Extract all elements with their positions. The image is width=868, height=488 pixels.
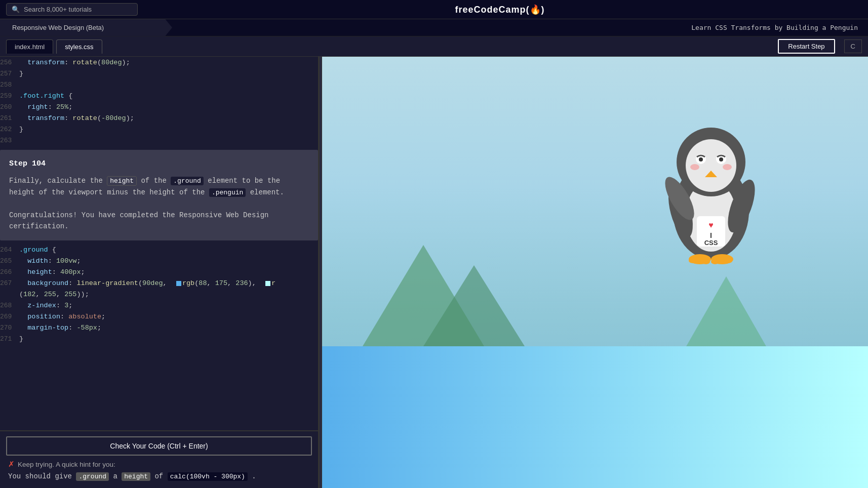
ground — [322, 346, 868, 488]
code-line-258: 258 — [0, 79, 318, 90]
code-line-264: 264 .ground { — [0, 245, 318, 256]
svg-point-25 — [724, 258, 732, 263]
top-right-button[interactable]: C — [844, 39, 862, 53]
preview-panel: ♥ I CSS — [322, 57, 868, 488]
svg-point-10 — [690, 164, 699, 170]
step-description: Finally, calculate the height of the .gr… — [9, 175, 309, 198]
breadcrumb-bar: Responsive Web Design (Beta) Learn CSS T… — [0, 19, 868, 36]
code-line-262: 262 } — [0, 124, 318, 135]
code-line-268: 268 z-index: 3; — [0, 300, 318, 311]
hint-calc-code: calc(100vh - 300px) — [168, 472, 248, 481]
breadcrumb-left[interactable]: Responsive Web Design (Beta) — [0, 19, 172, 36]
hint-line1: ✗ Keep trying. A quick hint for you: — [8, 460, 310, 469]
top-bar: 🔍 Search 8,000+ tutorials freeCodeCamp(🔥… — [0, 0, 868, 19]
check-code-button[interactable]: Check Your Code (Ctrl + Enter) — [6, 436, 312, 456]
code-line-265: 265 width: 100vw; — [0, 256, 318, 267]
step-congrats: Congratulations! You have completed the … — [9, 210, 309, 232]
step-highlight-ground: .ground — [171, 177, 204, 185]
mountain-right — [686, 276, 767, 347]
search-placeholder: Search 8,000+ tutorials — [24, 6, 92, 13]
tab-index-html[interactable]: index.html — [6, 39, 53, 54]
svg-text:I: I — [710, 231, 712, 239]
svg-text:CSS: CSS — [704, 239, 718, 247]
site-title: freeCodeCamp(🔥) — [138, 4, 862, 15]
svg-text:♥: ♥ — [708, 221, 714, 229]
svg-point-22 — [689, 258, 697, 263]
code-line-267: 267 background: linear-gradient(90deg, r… — [0, 278, 318, 289]
hint-line2: You should give .ground a height of calc… — [8, 471, 310, 483]
svg-point-9 — [719, 157, 723, 161]
svg-point-11 — [723, 164, 732, 170]
hint-height-code: height — [122, 472, 150, 481]
main-layout: 256 transform: rotate(80deg); 257 } 258 … — [0, 57, 868, 488]
restart-step-button[interactable]: Restart Step — [778, 39, 835, 54]
code-line-263: 263 — [0, 135, 318, 146]
code-area[interactable]: 256 transform: rotate(80deg); 257 } 258 … — [0, 57, 318, 430]
code-line-270: 270 margin-top: -58px; — [0, 322, 318, 334]
code-line-266: 266 height: 400px; — [0, 267, 318, 278]
penguin-container: ♥ I CSS — [655, 117, 767, 269]
tabs-bar: index.html styles.css Restart Step C — [0, 36, 868, 57]
svg-point-8 — [699, 157, 703, 161]
svg-point-23 — [702, 259, 710, 264]
penguin-svg: ♥ I CSS — [655, 117, 767, 269]
svg-point-24 — [711, 259, 719, 264]
step-highlight-penguin: .penguin — [209, 188, 246, 197]
x-icon: ✗ — [8, 460, 15, 469]
code-line-269: 269 position: absolute; — [0, 311, 318, 322]
step-title: Step 104 — [9, 158, 309, 170]
step-box: Step 104 Finally, calculate the height o… — [0, 150, 318, 240]
code-line-271: 271 } — [0, 334, 318, 345]
hint-ground-code: .ground — [76, 472, 109, 481]
code-line-256: 256 transform: rotate(80deg); — [0, 57, 318, 68]
search-icon: 🔍 — [12, 6, 20, 13]
breadcrumb-right: Learn CSS Transforms by Building a Pengu… — [172, 24, 868, 31]
code-line-261: 261 transform: rotate(-80deg); — [0, 112, 318, 124]
hint-area: ✗ Keep trying. A quick hint for you: You… — [6, 456, 312, 485]
mountain-center — [423, 265, 525, 346]
code-line-267-cont: (182, 255, 255)); — [0, 289, 318, 300]
search-box[interactable]: 🔍 Search 8,000+ tutorials — [6, 3, 138, 16]
bottom-panel: Check Your Code (Ctrl + Enter) ✗ Keep tr… — [0, 430, 318, 488]
code-line-260: 260 right: 25%; — [0, 101, 318, 112]
tab-styles-css[interactable]: styles.css — [56, 39, 102, 54]
step-highlight-height: height — [107, 176, 137, 186]
editor-panel: 256 transform: rotate(80deg); 257 } 258 … — [0, 57, 319, 488]
code-line-257: 257 } — [0, 68, 318, 79]
code-line-259: 259 .foot.right { — [0, 90, 318, 101]
